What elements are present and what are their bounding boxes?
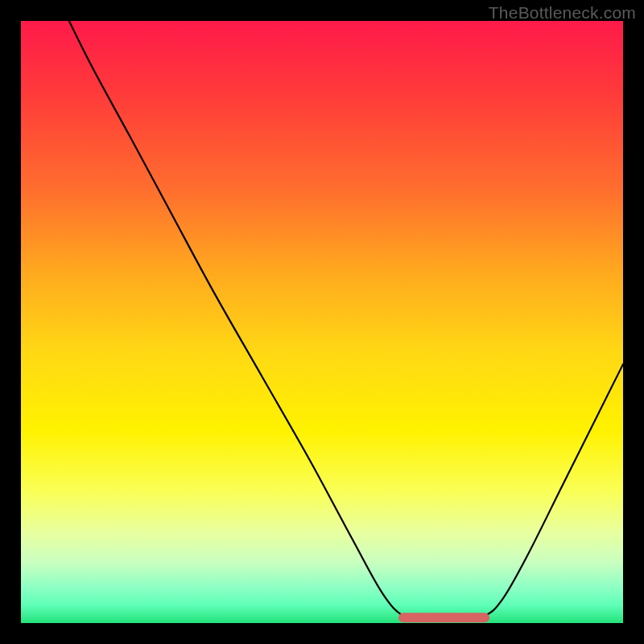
chart-stage: TheBottleneck.com [0, 0, 644, 644]
bottleneck-curve [21, 21, 623, 623]
chart-plot-area [21, 21, 623, 623]
curve-path [69, 21, 623, 618]
watermark-text: TheBottleneck.com [489, 3, 636, 23]
